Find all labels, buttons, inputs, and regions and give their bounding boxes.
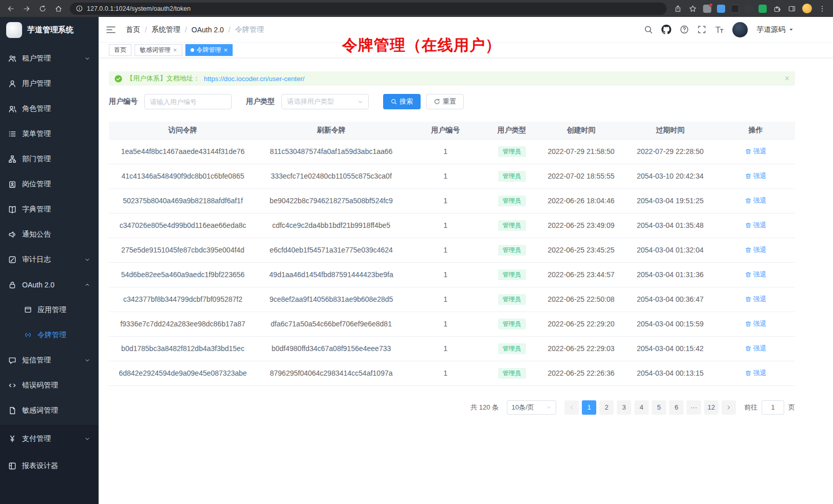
cell-user-id: 1: [406, 139, 485, 164]
tab-close-icon[interactable]: ×: [224, 47, 228, 53]
reset-button[interactable]: 重置: [426, 94, 464, 109]
more-pages-button[interactable]: ···: [687, 400, 701, 415]
sidebar-item-oauth[interactable]: OAuth 2.0: [0, 272, 99, 297]
extension-icon-2[interactable]: [717, 5, 725, 13]
page-button-3[interactable]: 3: [617, 400, 631, 415]
font-size-icon[interactable]: [715, 25, 724, 34]
page-button-6[interactable]: 6: [669, 400, 684, 415]
force-logout-button[interactable]: 强退: [745, 171, 767, 181]
trash-icon: [745, 198, 751, 204]
force-logout-button[interactable]: 强退: [745, 270, 767, 279]
browser-reload-icon[interactable]: [38, 4, 47, 13]
browser-profile-avatar[interactable]: [802, 4, 812, 13]
help-icon[interactable]: [680, 25, 689, 34]
next-page-button[interactable]: [722, 400, 736, 415]
page-size-select[interactable]: 10条/页: [507, 400, 556, 415]
address-bar[interactable]: 127.0.0.1:1024/system/oauth2/token: [70, 3, 667, 15]
bookmark-star-icon[interactable]: [688, 4, 697, 13]
user-avatar[interactable]: [732, 22, 748, 37]
search-icon[interactable]: [644, 25, 653, 34]
force-logout-button[interactable]: 强退: [745, 196, 767, 205]
user-type-badge: 管理员: [498, 245, 526, 256]
cell-user-id: 1: [406, 312, 485, 336]
breadcrumb-oauth[interactable]: OAuth 2.0: [192, 26, 224, 34]
sidebar-item-sensitive[interactable]: 敏感词管理: [0, 398, 99, 423]
extension-icon-1[interactable]: [703, 5, 711, 13]
search-button[interactable]: 搜索: [383, 94, 421, 109]
sidebar-item-user[interactable]: 用户管理: [0, 71, 99, 96]
sidebar-item-menu[interactable]: 菜单管理: [0, 121, 99, 146]
force-logout-button[interactable]: 强退: [745, 245, 767, 255]
sidebar-panel-icon[interactable]: [787, 4, 797, 13]
goto-page-input[interactable]: [762, 400, 784, 415]
sidebar-item-token[interactable]: 令牌管理: [0, 322, 99, 347]
sidebar-item-role[interactable]: 角色管理: [0, 96, 99, 121]
sidebar-item-label: 租户管理: [22, 54, 51, 63]
force-logout-button[interactable]: 强退: [745, 344, 767, 353]
page-button-5[interactable]: 5: [652, 400, 666, 415]
breadcrumb-home[interactable]: 首页: [126, 25, 140, 34]
extension-icon-5[interactable]: [759, 5, 767, 13]
breadcrumb-system[interactable]: 系统管理: [152, 25, 180, 34]
tab-sensitive-word[interactable]: 敏感词管理 ×: [135, 44, 182, 56]
prev-page-button[interactable]: [564, 400, 579, 415]
user-type-select[interactable]: 请选择用户类型: [281, 94, 369, 109]
extension-icon-3[interactable]: [731, 5, 739, 13]
cell-expire-time: 2054-03-04 01:32:04: [624, 238, 716, 262]
share-icon[interactable]: [673, 4, 683, 13]
tab-home[interactable]: 首页: [109, 44, 131, 56]
sidebar-item-label: 错误码管理: [22, 381, 58, 390]
user-menu[interactable]: 芋道源码: [756, 25, 794, 34]
sidebar-item-label: 字典管理: [22, 205, 51, 214]
report-icon: [8, 462, 16, 470]
user-id-input[interactable]: [144, 94, 232, 109]
cell-created-time: 2022-06-25 22:50:08: [538, 287, 624, 312]
tab-close-icon[interactable]: ×: [173, 47, 177, 53]
extensions-puzzle-icon[interactable]: [772, 4, 782, 13]
sidebar-item-notice[interactable]: 通知公告: [0, 222, 99, 247]
browser-home-icon[interactable]: [54, 4, 63, 13]
sidebar-item-pay[interactable]: 支付管理: [0, 425, 99, 452]
sidebar-item-sms[interactable]: 短信管理: [0, 347, 99, 373]
sidebar-item-label: 部门管理: [22, 154, 51, 164]
doc-link[interactable]: https://doc.iocoder.cn/user-center/: [204, 75, 305, 83]
col-access-token: 访问令牌: [109, 122, 257, 139]
fullscreen-icon[interactable]: [697, 25, 706, 34]
page-button-4[interactable]: 4: [634, 400, 649, 415]
page-button-2[interactable]: 2: [599, 400, 614, 415]
force-logout-button[interactable]: 强退: [745, 295, 767, 304]
sidebar-item-tenant[interactable]: 租户管理: [0, 46, 99, 71]
browser-menu-icon[interactable]: [818, 4, 827, 13]
info-icon[interactable]: [76, 5, 83, 12]
browser-forward-icon[interactable]: [22, 4, 31, 13]
pay-icon: [8, 435, 16, 443]
alert-close-icon[interactable]: ×: [785, 74, 789, 83]
sidebar-item-audit[interactable]: 审计日志: [0, 247, 99, 272]
force-logout-button[interactable]: 强退: [745, 147, 767, 156]
page-button-12[interactable]: 12: [704, 400, 718, 415]
tab-token[interactable]: 令牌管理 ×: [185, 44, 233, 56]
sidebar-item-label: 敏感词管理: [22, 406, 58, 415]
force-logout-button[interactable]: 强退: [745, 319, 767, 328]
sidebar-toggle-icon[interactable]: [106, 26, 116, 34]
page-button-1[interactable]: 1: [582, 400, 596, 415]
force-logout-button[interactable]: 强退: [745, 221, 767, 230]
annotation-text: 令牌管理（在线用户）: [342, 35, 501, 56]
browser-back-icon[interactable]: [6, 4, 15, 13]
table-row: 6d842e2924594de9a09e45e087323abe 8796295…: [109, 361, 795, 385]
sidebar-item-app[interactable]: 应用管理: [0, 297, 99, 322]
sidebar-item-errcode[interactable]: 错误码管理: [0, 373, 99, 398]
chevron-down-icon: [546, 405, 552, 410]
cell-user-id: 1: [406, 336, 485, 361]
cell-access-token: 502375b8040a469a9b82188afdf6af1f: [109, 188, 257, 213]
extension-icon-4[interactable]: [745, 5, 753, 13]
role-icon: [8, 105, 16, 113]
sidebar-item-post[interactable]: 岗位管理: [0, 171, 99, 197]
github-icon[interactable]: [661, 25, 671, 34]
force-logout-button[interactable]: 强退: [745, 369, 767, 378]
sidebar-item-dict[interactable]: 字典管理: [0, 197, 99, 222]
table-row: 41c41346a548490f9dc8b01c6bfe0865 333ecfc…: [109, 164, 795, 188]
sidebar-item-dept[interactable]: 部门管理: [0, 146, 99, 171]
sidebar-item-report[interactable]: 报表设计器: [0, 452, 99, 479]
app-logo[interactable]: 芋道管理系统: [0, 17, 99, 43]
